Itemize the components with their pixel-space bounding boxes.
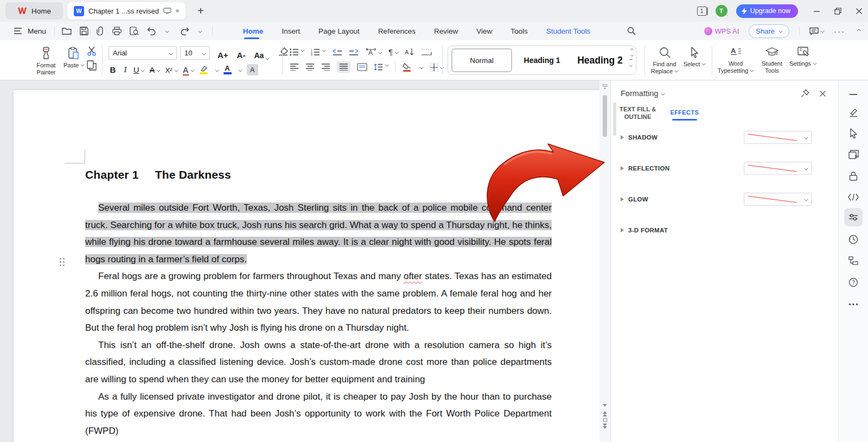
underline-button[interactable]: U [133, 65, 144, 75]
tab-review[interactable]: Review [434, 24, 458, 39]
print-preview-icon[interactable] [129, 26, 140, 36]
tab-effects[interactable]: EFFECTS [670, 105, 699, 121]
decrease-indent-icon[interactable] [332, 48, 342, 56]
panel-title-chevron[interactable] [661, 91, 665, 95]
numbering-button[interactable]: 123 [311, 48, 326, 56]
align-left-icon[interactable] [290, 64, 299, 71]
settings-button[interactable]: Settings [788, 40, 818, 67]
word-typesetting-button[interactable]: A Word Typesetting [717, 40, 754, 74]
shading-dropdown-chevron[interactable] [419, 65, 423, 69]
avatar[interactable]: T [716, 5, 727, 17]
superscript-button[interactable]: X² [165, 65, 178, 75]
tab-view[interactable]: View [476, 24, 492, 39]
paragraph-3[interactable]: This isn’t an off-the-shelf drone. Josh … [85, 337, 552, 388]
previous-page-button[interactable] [599, 411, 610, 416]
styles-more-button[interactable] [629, 59, 633, 70]
panel-close-icon[interactable] [819, 90, 826, 97]
glow-preset-dropdown[interactable] [744, 193, 812, 206]
paragraph-4[interactable]: As a fully licensed private investigator… [85, 388, 552, 440]
format-painter-button[interactable]: Format Painter [30, 40, 62, 80]
align-right-icon[interactable] [321, 64, 330, 71]
styles-scroll-up[interactable] [630, 48, 634, 52]
paste-button[interactable]: Paste [61, 40, 87, 80]
sort-button[interactable]: A [405, 48, 414, 56]
redo-icon[interactable] [179, 26, 190, 36]
help-icon[interactable]: ? [839, 274, 868, 291]
export-pdf-icon[interactable] [95, 26, 105, 36]
scrollbar-thumb[interactable] [603, 95, 607, 137]
redo-dropdown-chevron[interactable] [198, 29, 202, 33]
section-shadow[interactable]: SHADOW [611, 130, 838, 144]
justify-button[interactable] [337, 61, 350, 73]
style-heading2[interactable]: Heading 2 [572, 55, 628, 66]
code-icon[interactable] [839, 188, 868, 206]
text-effects-button[interactable]: A [183, 65, 194, 75]
vertical-scrollbar[interactable] [599, 80, 610, 442]
line-spacing-button[interactable] [374, 63, 388, 71]
tab-count-badge[interactable]: 1 [697, 7, 707, 16]
scroll-down-arrow[interactable] [603, 404, 607, 407]
section-reflection[interactable]: REFLECTION [611, 161, 838, 175]
font-color-button[interactable]: A [224, 65, 232, 74]
pin-icon[interactable] [801, 89, 809, 98]
strikethrough-button[interactable]: A [149, 65, 160, 75]
bold-button[interactable]: B [108, 65, 117, 74]
shadow-preset-dropdown[interactable] [744, 131, 812, 144]
style-normal[interactable]: Normal [451, 48, 512, 72]
print-icon[interactable] [111, 26, 123, 36]
search-icon[interactable] [627, 27, 636, 35]
change-case-button[interactable]: Aa [254, 46, 269, 60]
paragraph-2[interactable]: Feral hogs are a growing problem for far… [85, 268, 552, 336]
tab-references[interactable]: References [378, 24, 416, 39]
tab-ruler-icon[interactable] [421, 48, 432, 55]
italic-button[interactable]: I [122, 65, 129, 74]
styles-scroll-down[interactable] [630, 53, 634, 56]
tab-insert[interactable]: Insert [282, 24, 300, 39]
highlight-color-button[interactable] [199, 65, 208, 74]
undo-dropdown-chevron[interactable] [165, 29, 169, 33]
document-tab[interactable]: W Chapter 1 ...ss revised [67, 2, 186, 20]
minimize-button[interactable] [813, 8, 820, 15]
more-options-button[interactable]: ··· [834, 27, 845, 36]
undo-icon[interactable] [146, 26, 157, 36]
student-tools-button[interactable]: Student Tools [756, 40, 788, 74]
menu-label[interactable]: Menu [28, 27, 46, 35]
clear-pages-icon[interactable] [839, 146, 868, 163]
more-tools-icon[interactable] [839, 295, 868, 313]
document-body[interactable]: Several miles outside Fort Worth, Texas,… [85, 199, 552, 439]
increase-indent-icon[interactable] [349, 48, 359, 56]
tab-text-fill-outline[interactable]: TEXT FILL &OUTLINE [620, 105, 656, 121]
select-browse-object-button[interactable] [603, 418, 607, 422]
copy-icon[interactable] [87, 60, 97, 71]
navigation-tree-icon[interactable] [839, 252, 868, 269]
share-button[interactable]: Share [749, 24, 789, 38]
lock-icon[interactable] [839, 167, 868, 185]
split-view-icon[interactable] [602, 83, 608, 90]
align-center-icon[interactable] [305, 64, 315, 71]
properties-sliders-icon[interactable] [839, 209, 868, 226]
distribute-icon[interactable] [357, 63, 367, 71]
select-button[interactable]: Select [680, 40, 709, 68]
text-direction-button[interactable]: A [366, 48, 382, 56]
hamburger-menu-icon[interactable] [14, 28, 22, 34]
paragraph-drag-handle[interactable] [59, 257, 66, 267]
paragraph-mark-button[interactable]: ¶ [388, 47, 398, 56]
next-page-button[interactable] [599, 424, 610, 429]
style-heading1[interactable]: Heading 1 [512, 56, 572, 65]
find-replace-button[interactable]: Find and Replace [649, 40, 680, 75]
save-icon[interactable] [79, 26, 90, 36]
tab-tools[interactable]: Tools [510, 24, 528, 39]
monitor-icon[interactable] [163, 8, 171, 14]
font-size-combobox[interactable]: 10 [180, 46, 210, 60]
new-tab-button[interactable]: + [194, 4, 207, 17]
collapse-ribbon-chevron[interactable] [857, 29, 860, 33]
section-3d-format[interactable]: 3-D FORMAT [611, 223, 838, 237]
collapse-panel-button[interactable] [839, 86, 868, 103]
character-shading-button[interactable]: A [247, 64, 258, 75]
close-button[interactable] [856, 8, 863, 15]
decrease-font-button[interactable]: A- [237, 46, 246, 60]
font-color-dropdown-chevron[interactable] [238, 68, 242, 72]
home-tab[interactable]: Home [5, 2, 63, 20]
section-glow[interactable]: GLOW [611, 192, 838, 206]
cut-icon[interactable] [87, 46, 98, 56]
